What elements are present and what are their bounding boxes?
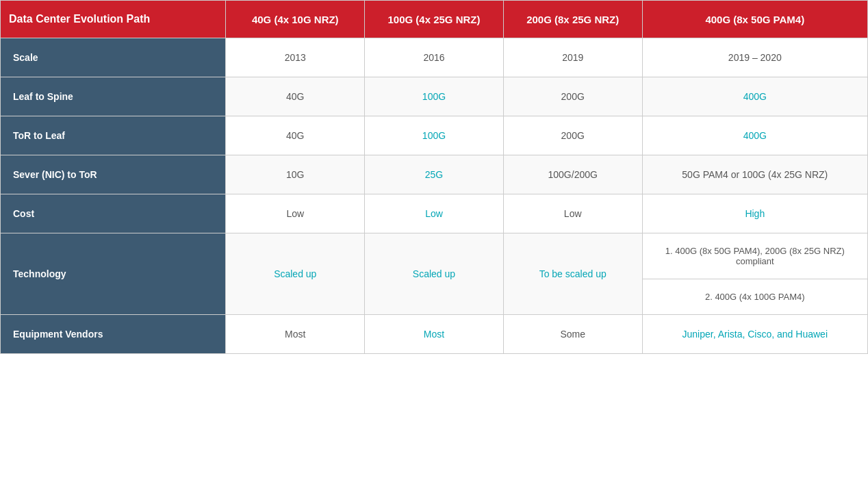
cell-2-3: 200G — [503, 116, 642, 155]
cell-3-3: 100G/200G — [503, 155, 642, 194]
tech-sub1: 1. 400G (8x 50G PAM4), 200G (8x 25G NRZ)… — [643, 233, 867, 279]
header-col2: 100G (4x 25G NRZ) — [365, 1, 504, 38]
cell-2-4: 400G — [642, 116, 867, 155]
cell-0-2: 2016 — [365, 38, 504, 77]
table-row: Equipment VendorsMostMostSomeJuniper, Ar… — [1, 315, 868, 354]
cell-2-2: 100G — [365, 116, 504, 155]
cell-5-3: To be scaled up — [503, 233, 642, 315]
cell-1-2: 100G — [365, 77, 504, 116]
row-label-3: Sever (NIC) to ToR — [1, 155, 226, 194]
cell-3-2: 25G — [365, 155, 504, 194]
cell-6-3: Some — [503, 315, 642, 354]
cell-5-4: 1. 400G (8x 50G PAM4), 200G (8x 25G NRZ)… — [642, 233, 867, 315]
table-row: ToR to Leaf40G100G200G400G — [1, 116, 868, 155]
cell-1-1: 40G — [226, 77, 365, 116]
cell-2-1: 40G — [226, 116, 365, 155]
header-col3: 200G (8x 25G NRZ) — [503, 1, 642, 38]
cell-1-3: 200G — [503, 77, 642, 116]
cell-0-1: 2013 — [226, 38, 365, 77]
row-label-4: Cost — [1, 194, 226, 233]
cell-4-2: Low — [365, 194, 504, 233]
header-col1: 40G (4x 10G NRZ) — [226, 1, 365, 38]
cell-3-4: 50G PAM4 or 100G (4x 25G NRZ) — [642, 155, 867, 194]
cell-4-4: High — [642, 194, 867, 233]
table-row: Sever (NIC) to ToR10G25G100G/200G50G PAM… — [1, 155, 868, 194]
row-label-2: ToR to Leaf — [1, 116, 226, 155]
table-row: Leaf to Spine40G100G200G400G — [1, 77, 868, 116]
cell-5-1: Scaled up — [226, 233, 365, 315]
cell-4-1: Low — [226, 194, 365, 233]
cell-0-3: 2019 — [503, 38, 642, 77]
cell-6-4: Juniper, Arista, Cisco, and Huawei — [642, 315, 867, 354]
table-row: CostLowLowLowHigh — [1, 194, 868, 233]
row-label-0: Scale — [1, 38, 226, 77]
cell-1-4: 400G — [642, 77, 867, 116]
row-label-1: Leaf to Spine — [1, 77, 226, 116]
cell-6-1: Most — [226, 315, 365, 354]
tech-sub2: 2. 400G (4x 100G PAM4) — [643, 279, 867, 314]
row-label-5: Technology — [1, 233, 226, 315]
cell-6-2: Most — [365, 315, 504, 354]
cell-0-4: 2019 – 2020 — [642, 38, 867, 77]
table-row: Scale2013201620192019 – 2020 — [1, 38, 868, 77]
cell-5-2: Scaled up — [365, 233, 504, 315]
table-row: TechnologyScaled upScaled upTo be scaled… — [1, 233, 868, 315]
cell-3-1: 10G — [226, 155, 365, 194]
header-col0: Data Center Evolution Path — [1, 1, 226, 38]
header-col4: 400G (8x 50G PAM4) — [642, 1, 867, 38]
cell-4-3: Low — [503, 194, 642, 233]
table-header: Data Center Evolution Path 40G (4x 10G N… — [1, 1, 868, 38]
row-label-6: Equipment Vendors — [1, 315, 226, 354]
